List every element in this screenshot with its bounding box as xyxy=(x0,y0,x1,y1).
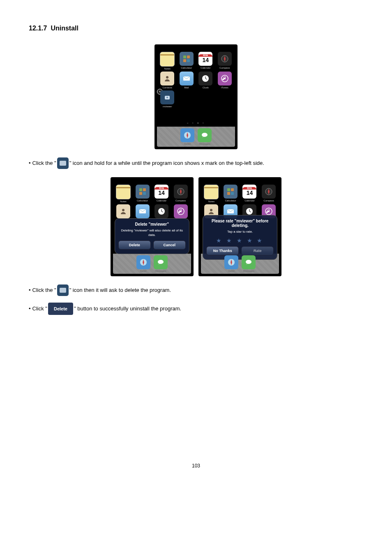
safari-icon xyxy=(180,128,194,142)
bullet-icon: • xyxy=(29,159,31,167)
compass-icon xyxy=(218,52,232,66)
compass-label: Compass xyxy=(219,67,230,69)
section-heading: 12.1.7 Uninstall xyxy=(29,25,363,32)
svg-rect-2 xyxy=(183,59,186,62)
figure-row-2: Notes Calculator 周日晚14Calendar Compass D… xyxy=(29,177,363,276)
dock-safari: Safari xyxy=(180,128,194,145)
phone-screenshot-jiggle: Notes Calculator 周日晚 14 Calendar Compa xyxy=(154,44,238,149)
phone-screenshot-rate-modal: Notes Calculator 周日晚14Calendar Compass P… xyxy=(198,177,281,276)
bullet2-post: " icon then it will ask to delete the pr… xyxy=(69,286,171,294)
bullet-1: • Click the " " icon and hold for a whil… xyxy=(29,157,363,169)
svg-rect-34 xyxy=(227,192,230,195)
svg-point-23 xyxy=(122,209,125,211)
app-notes: Notes xyxy=(159,52,176,70)
svg-rect-3 xyxy=(187,59,190,62)
svg-point-6 xyxy=(166,76,168,79)
delete-confirm-modal: Delete "mviewer" Deleting "mviewer" will… xyxy=(115,218,189,254)
app-calendar: 周日晚 14 Calendar xyxy=(197,52,214,70)
notes-icon xyxy=(160,52,175,67)
page-dots: ⌕ • ● • xyxy=(157,109,235,127)
bullet3-post: " button to successfully uninstall the p… xyxy=(74,305,181,313)
app-contacts: Contacts xyxy=(159,72,176,89)
rate-button[interactable]: Rate xyxy=(241,246,274,255)
svg-rect-32 xyxy=(227,188,230,191)
mail-label: Mail xyxy=(184,86,189,89)
bullet1-pre: Click the " xyxy=(32,159,56,167)
delete-modal-title: Delete "mviewer" xyxy=(118,222,186,227)
svg-rect-35 xyxy=(231,192,234,195)
page-number: 103 xyxy=(29,463,363,469)
mviewer-label: mviewer xyxy=(163,105,172,108)
bullet3-pre: Click " xyxy=(32,305,47,313)
app-itunes: iTunes xyxy=(216,72,234,89)
itunes-icon xyxy=(218,72,232,86)
contacts-icon xyxy=(160,72,174,86)
section-number: 12.1.7 xyxy=(29,25,47,32)
cancel-button[interactable]: Cancel xyxy=(153,240,186,250)
app-clock: Clock xyxy=(197,72,214,89)
svg-point-31 xyxy=(158,260,164,264)
app-mail: Mail xyxy=(178,72,196,89)
no-thanks-button[interactable]: No Thanks xyxy=(206,246,239,255)
messages-icon xyxy=(198,128,212,142)
rate-modal: Please rate "mviewer" before deleting. T… xyxy=(203,215,277,260)
delete-button[interactable]: Delete xyxy=(118,240,151,250)
notes-label: Notes xyxy=(164,67,171,70)
calendar-label: Calendar xyxy=(201,67,210,69)
rate-modal-title: Please rate "mviewer" before deleting. xyxy=(206,219,274,228)
svg-point-46 xyxy=(246,260,251,264)
bullet1-post: " icon and hold for a while until the pr… xyxy=(69,159,264,167)
inline-delete-label: Delete xyxy=(48,303,73,315)
clock-label: Clock xyxy=(203,86,209,89)
svg-rect-0 xyxy=(183,56,186,58)
inline-mviewer-icon-2 xyxy=(57,284,69,296)
mviewer-icon xyxy=(160,90,174,104)
bullet-icon: • xyxy=(29,305,31,313)
calculator-icon xyxy=(180,52,194,66)
delete-modal-subtitle: Deleting "mviewer" will also delete all … xyxy=(118,228,186,237)
app-calculator: Calculator xyxy=(178,52,196,70)
app-mviewer: × mviewer xyxy=(159,90,176,108)
bullet-icon: • xyxy=(29,286,31,294)
phone-screenshot-delete-modal: Notes Calculator 周日晚14Calendar Compass D… xyxy=(111,177,194,276)
contacts-label: Contacts xyxy=(162,86,172,89)
svg-rect-1 xyxy=(187,56,190,58)
status-bar xyxy=(157,47,235,49)
rate-modal-subtitle: Tap a star to rate. xyxy=(206,229,274,234)
rating-stars[interactable]: ★ ★ ★ ★ ★ xyxy=(206,237,274,244)
calendar-day: 14 xyxy=(202,57,209,63)
figure-row-1: Notes Calculator 周日晚 14 Calendar Compa xyxy=(29,44,363,149)
safari-label: Safari xyxy=(184,143,191,145)
clock-icon xyxy=(198,72,212,86)
svg-rect-17 xyxy=(139,188,142,191)
home-app-grid: Notes Calculator 周日晚 14 Calendar Compa xyxy=(157,50,235,109)
section-title-text: Uninstall xyxy=(51,25,78,32)
dock: Safari Messages xyxy=(157,127,235,147)
inline-delete-button-image: Delete xyxy=(48,303,73,315)
itunes-label: iTunes xyxy=(221,86,228,89)
calculator-label: Calculator xyxy=(181,67,192,69)
bullet-2: • Click the " " icon then it will ask to… xyxy=(29,284,363,296)
svg-rect-20 xyxy=(143,192,146,195)
inline-mviewer-icon-1 xyxy=(57,157,69,169)
svg-rect-18 xyxy=(143,188,146,191)
svg-point-16 xyxy=(202,133,208,137)
bullet2-pre: Click the " xyxy=(32,286,56,294)
app-compass: Compass xyxy=(216,52,234,70)
dock-messages: Messages xyxy=(198,128,212,145)
mail-icon xyxy=(180,72,194,86)
svg-point-13 xyxy=(166,97,168,98)
calendar-icon: 周日晚 14 xyxy=(198,52,212,66)
messages-label: Messages xyxy=(199,143,210,145)
bullet-3: • Click " Delete " button to successfull… xyxy=(29,303,363,315)
svg-point-38 xyxy=(210,209,212,211)
svg-rect-33 xyxy=(231,188,234,191)
svg-rect-19 xyxy=(139,192,142,195)
